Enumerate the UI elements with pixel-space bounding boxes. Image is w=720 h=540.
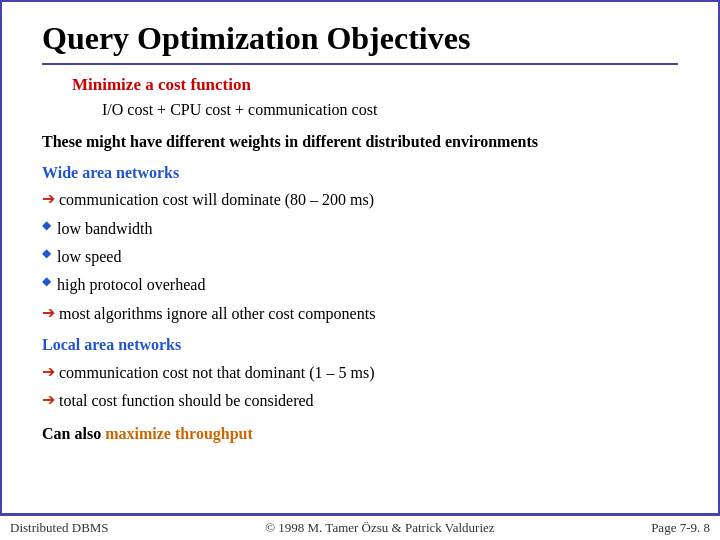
section3-heading: Wide area networks	[42, 164, 179, 181]
arrow-icon-3: ➔	[42, 362, 55, 381]
arrow-icon-1: ➔	[42, 189, 55, 208]
section4-item2: ➔ total cost function should be consider…	[42, 390, 678, 412]
arrow-icon-4: ➔	[42, 390, 55, 409]
section4-item2-text: total cost function should be considered	[59, 390, 314, 412]
bullet-protocol-text: high protocol overhead	[57, 274, 205, 296]
section5-text-start: Can also	[42, 425, 105, 442]
section4-heading-wrap: Local area networks	[42, 334, 678, 356]
section4-item1: ➔ communication cost not that dominant (…	[42, 362, 678, 384]
section3-item1: ➔ communication cost will dominate (80 –…	[42, 189, 678, 211]
footer-center: © 1998 M. Tamer Özsu & Patrick Valduriez	[265, 520, 494, 536]
diamond-icon-1: ◆	[42, 218, 51, 233]
section1-sub: I/O cost + CPU cost + communication cost	[102, 99, 678, 121]
section3-item2-text: most algorithms ignore all other cost co…	[59, 303, 375, 325]
section4-heading: Local area networks	[42, 336, 181, 353]
footer-left: Distributed DBMS	[10, 520, 109, 536]
section2-text: These might have different weights in di…	[42, 131, 678, 153]
bullet-bandwidth-text: low bandwidth	[57, 218, 153, 240]
arrow-icon-2: ➔	[42, 303, 55, 322]
diamond-icon-3: ◆	[42, 274, 51, 289]
section5: Can also maximize throughput	[42, 423, 678, 445]
section3-heading-wrap: Wide area networks	[42, 162, 678, 184]
section3-item1-text: communication cost will dominate (80 – 2…	[59, 189, 374, 211]
bullet-speed: ◆ low speed	[42, 246, 678, 268]
slide-content: Minimize a cost function I/O cost + CPU …	[42, 75, 678, 503]
slide-body: Query Optimization Objectives Minimize a…	[0, 0, 720, 515]
bullet-speed-text: low speed	[57, 246, 121, 268]
slide-title: Query Optimization Objectives	[42, 12, 678, 65]
diamond-icon-2: ◆	[42, 246, 51, 261]
slide-footer: Distributed DBMS © 1998 M. Tamer Özsu & …	[0, 515, 720, 540]
slide-container: Query Optimization Objectives Minimize a…	[0, 0, 720, 540]
section4-item1-text: communication cost not that dominant (1 …	[59, 362, 375, 384]
section1-heading: Minimize a cost function	[72, 75, 678, 95]
bullet-bandwidth: ◆ low bandwidth	[42, 218, 678, 240]
footer-right: Page 7-9. 8	[651, 520, 710, 536]
section5-text-highlight: maximize throughput	[105, 425, 253, 442]
bullet-protocol: ◆ high protocol overhead	[42, 274, 678, 296]
section3-item2: ➔ most algorithms ignore all other cost …	[42, 303, 678, 325]
